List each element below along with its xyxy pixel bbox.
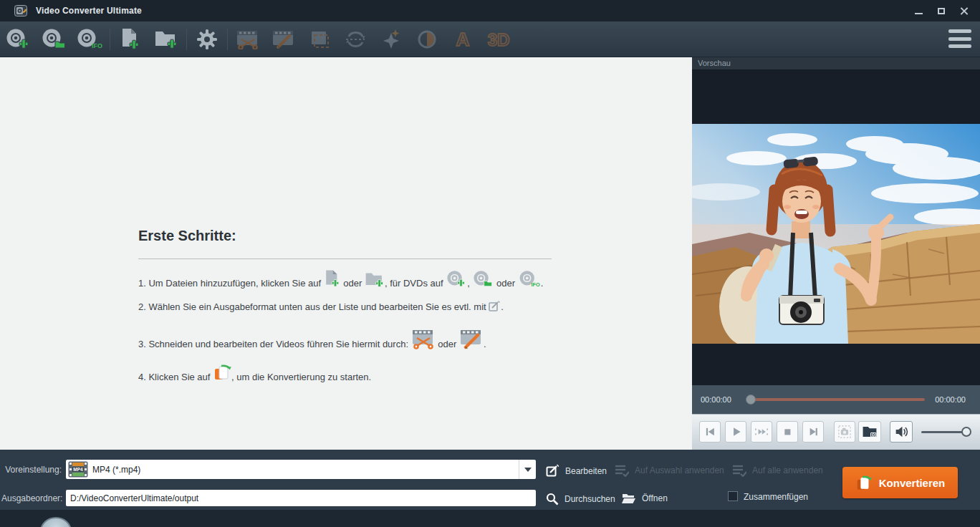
title-bar: Video Converter Ultimate xyxy=(0,0,980,21)
app-window: Video Converter Ultimate xyxy=(0,0,980,527)
play-icon xyxy=(728,424,744,440)
step-2: 2. Wählen Sie ein Ausgabeformat unten au… xyxy=(138,300,597,314)
next-frame-button[interactable] xyxy=(802,421,824,443)
add-folder-inline-icon xyxy=(365,271,385,291)
edit-button-toolbar xyxy=(266,24,302,55)
preset-dropdown[interactable]: MP4 MP4 (*.mp4) xyxy=(66,460,536,479)
volume-slider[interactable] xyxy=(921,431,967,433)
file-list-area: Erste Schritte: 1. Um Dateien hinzuzufüg… xyxy=(0,57,692,450)
step-4-text: 4. Klicken Sie auf xyxy=(138,372,213,385)
fast-forward-button[interactable] xyxy=(751,421,772,443)
seek-bar-row: 00:00:00 00:00:00 xyxy=(692,385,980,414)
output-folder-input[interactable] xyxy=(66,490,536,506)
edit-pencil-icon xyxy=(546,464,559,478)
convert-button[interactable]: Konvertieren xyxy=(842,467,958,498)
browse-button[interactable]: Durchsuchen xyxy=(546,493,615,506)
step-2-text: 2. Wählen Sie ein Ausgabeformat unten au… xyxy=(138,301,489,314)
edit-inline-icon xyxy=(459,328,484,352)
load-dvd-folder-button[interactable] xyxy=(36,24,72,55)
crop-icon xyxy=(309,29,330,49)
maximize-icon xyxy=(938,8,945,14)
snapshot-folder-icon xyxy=(861,424,878,440)
previous-frame-button[interactable] xyxy=(699,421,721,443)
browse-label: Durchsuchen xyxy=(565,494,615,504)
gear-icon xyxy=(196,29,218,50)
total-time: 00:00:00 xyxy=(935,395,966,404)
toolbar-separator xyxy=(110,29,110,50)
seek-slider[interactable] xyxy=(747,398,925,401)
contrast-icon xyxy=(416,29,438,50)
edit-profile-label: Bearbeiten xyxy=(565,466,607,476)
open-folder-label: Öffnen xyxy=(642,493,668,503)
getting-started-steps: 1. Um Dateien hinzuzufügen, klicken Sie … xyxy=(138,269,597,385)
svg-text:3D: 3D xyxy=(488,30,510,49)
mp4-format-icon: MP4 xyxy=(68,461,88,478)
snapshot-button xyxy=(834,421,855,443)
help-bubble-icon[interactable] xyxy=(40,517,72,527)
stop-button[interactable] xyxy=(777,421,798,443)
apply-to-all-button: Auf alle anwenden xyxy=(732,464,823,477)
load-dvd-ifo-button[interactable]: IFO xyxy=(72,24,107,55)
chevron-down-icon xyxy=(524,468,532,472)
step-1-text: 1. Um Dateien hinzuzufügen, klicken Sie … xyxy=(138,278,324,291)
seek-handle[interactable] xyxy=(746,395,756,405)
apply-selection-icon xyxy=(615,464,629,477)
fast-forward-icon xyxy=(754,424,769,440)
rotate-icon xyxy=(345,29,366,49)
preset-label: Voreinstellung: xyxy=(1,465,62,475)
stop-icon xyxy=(779,424,795,440)
elapsed-time: 00:00:00 xyxy=(701,395,731,404)
step-1: 1. Um Dateien hinzuzufügen, klicken Sie … xyxy=(138,269,597,291)
close-button[interactable] xyxy=(956,2,973,19)
volume-handle[interactable] xyxy=(961,427,971,437)
add-folder-icon xyxy=(154,29,178,50)
minimize-button[interactable] xyxy=(910,2,927,19)
step-3-text: 3. Schneiden und bearbeiten der Videos f… xyxy=(138,339,411,352)
app-logo-icon xyxy=(14,5,27,16)
rotate-button xyxy=(337,24,373,55)
volume-button[interactable] xyxy=(890,421,913,443)
playback-controls xyxy=(692,414,980,450)
maximize-button[interactable] xyxy=(933,2,950,19)
step-4: 4. Klicken Sie auf , um die Konvertierun… xyxy=(138,362,597,385)
apply-to-all-label: Auf alle anwenden xyxy=(752,465,823,475)
merge-checkbox[interactable] xyxy=(728,491,738,501)
main-toolbar: IFO xyxy=(0,21,980,57)
bottom-strip xyxy=(0,510,980,527)
load-dvd-disc-button[interactable] xyxy=(0,24,36,55)
search-icon xyxy=(546,493,559,506)
speaker-icon xyxy=(893,424,909,440)
edit-profile-button[interactable]: Bearbeiten xyxy=(546,464,607,478)
svg-text:IFO: IFO xyxy=(92,42,102,49)
crop-button xyxy=(302,24,337,55)
preview-header: Vorschau xyxy=(692,57,980,70)
add-folder-button[interactable] xyxy=(148,24,184,55)
snapshot-folder-button[interactable] xyxy=(858,421,881,443)
play-button[interactable] xyxy=(725,421,746,443)
apply-to-selection-button: Auf Auswahl anwenden xyxy=(615,464,724,477)
camera-icon xyxy=(837,424,852,440)
three-d-button: 3D xyxy=(481,24,517,55)
add-file-icon xyxy=(120,28,141,51)
preset-dropdown-arrow[interactable] xyxy=(519,460,536,479)
merge-label: Zusammenfügen xyxy=(744,492,808,502)
settings-button[interactable] xyxy=(189,24,225,55)
convert-icon xyxy=(855,473,873,493)
edit-brush-icon xyxy=(272,29,296,49)
apply-all-icon xyxy=(732,464,746,477)
enhance-button xyxy=(373,24,409,55)
toolbar-separator xyxy=(186,29,187,50)
minimize-icon xyxy=(915,13,923,14)
hamburger-menu-button[interactable] xyxy=(948,29,971,48)
divider xyxy=(138,258,552,259)
add-file-inline-icon xyxy=(324,269,341,291)
three-d-icon: 3D xyxy=(484,29,513,50)
add-file-button[interactable] xyxy=(112,24,148,55)
effect-button xyxy=(409,24,445,55)
open-folder-button[interactable]: Öffnen xyxy=(622,493,668,504)
apply-to-selection-label: Auf Auswahl anwenden xyxy=(635,465,724,475)
enhance-sparkle-icon xyxy=(380,29,402,50)
preview-panel: Vorschau xyxy=(692,57,980,450)
hamburger-icon xyxy=(948,29,971,33)
getting-started-title: Erste Schritte: xyxy=(138,228,236,244)
